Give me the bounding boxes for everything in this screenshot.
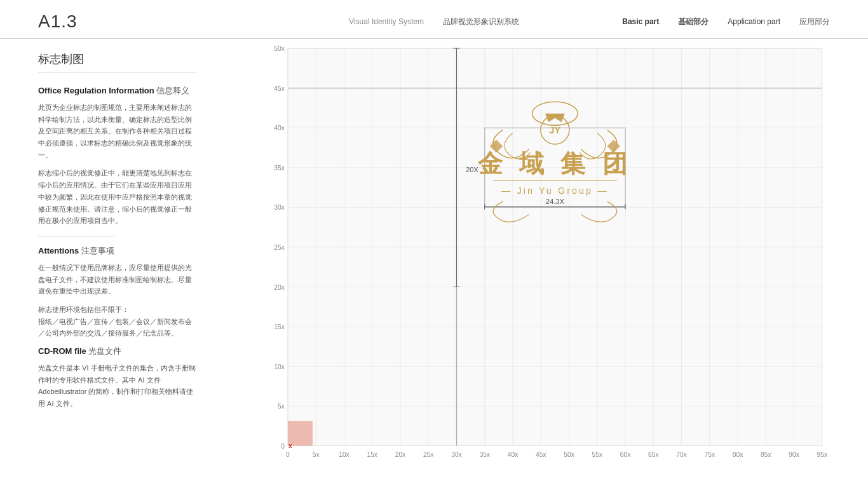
section-1-para-1: 此页为企业标志的制图规范，主要用来阐述标志的科学绘制方法，以此来衡量、确定标志的… (38, 102, 197, 161)
svg-text:15x: 15x (367, 451, 377, 458)
right-panel: 50x 45x 40x 35x 30x 25x 20x 15x 10x 5x 0 (235, 39, 868, 488)
svg-text:85x: 85x (761, 451, 771, 458)
vi-system-en: Visual Identity System (349, 17, 424, 26)
section-1-cn: 信息释义 (156, 86, 189, 95)
content: 标志制图 Office Regulation Information 信息释义 … (0, 39, 868, 488)
svg-text:金 域 集 团: 金 域 集 团 (477, 150, 632, 177)
svg-text:24.3X: 24.3X (546, 198, 565, 205)
svg-text:45x: 45x (536, 451, 546, 458)
svg-text:80x: 80x (733, 451, 743, 458)
svg-text:5x: 5x (313, 451, 320, 458)
app-part-cn: 应用部分 (799, 17, 830, 27)
svg-text:0: 0 (281, 443, 285, 450)
header: A1.3 Visual Identity System 品牌视觉形象识别系统 B… (0, 0, 868, 39)
svg-text:20X: 20X (466, 166, 479, 173)
y-axis-labels: 50x 45x 40x 35x 30x 25x 20x 15x 10x 5x 0 (274, 45, 285, 449)
section-2-en: Attentions (38, 246, 81, 255)
section-2-cn: 注意事项 (81, 246, 114, 255)
section-3-para-1: 光盘文件是本 VI 手册电子文件的集合，内含手册制作时的专用软件格式文件。其中 … (38, 362, 197, 410)
svg-text:— Jin Yu Group —: — Jin Yu Group — (501, 186, 609, 196)
svg-text:40x: 40x (508, 451, 519, 458)
svg-text:30x: 30x (274, 204, 285, 211)
svg-text:90x: 90x (789, 451, 799, 458)
page-code: A1.3 (38, 11, 78, 32)
svg-text:95x: 95x (817, 451, 828, 458)
section-2-para-2: 标志使用环境包括但不限于： 报纸／电视广告／宣传／包装／会议／新闻发布会／公司内… (38, 304, 197, 339)
left-panel: 标志制图 Office Regulation Information 信息释义 … (0, 39, 235, 488)
svg-text:60x: 60x (620, 451, 631, 458)
section-2-para-1: 在一般情况下使用品牌标志，应尽量使用提供的光盘电子文件，不建议使用标准制图绘制标… (38, 262, 197, 297)
section-1-heading: Office Regulation Information 信息释义 (38, 85, 197, 97)
svg-text:10x: 10x (339, 451, 349, 458)
chart-svg: 50x 45x 40x 35x 30x 25x 20x 15x 10x 5x 0 (241, 45, 849, 482)
svg-text:55x: 55x (592, 451, 602, 458)
vi-system-cn: 品牌视觉形象识别系统 (443, 17, 519, 27)
svg-text:0: 0 (286, 451, 290, 458)
svg-text:20x: 20x (274, 284, 285, 291)
page: A1.3 Visual Identity System 品牌视觉形象识别系统 B… (0, 0, 868, 488)
svg-text:15x: 15x (274, 323, 285, 330)
section-3-heading: CD-ROM file 光盘文件 (38, 346, 197, 357)
header-center: Visual Identity System 品牌视觉形象识别系统 (349, 17, 519, 27)
svg-text:65x: 65x (648, 451, 659, 458)
svg-text:5x: 5x (278, 403, 285, 410)
svg-text:25x: 25x (423, 451, 434, 458)
svg-text:50x: 50x (274, 45, 285, 52)
svg-text:35x: 35x (274, 165, 285, 172)
divider-1 (38, 236, 114, 236)
svg-text:20x: 20x (395, 451, 406, 458)
main-title: 标志制图 (38, 51, 197, 72)
svg-text:10x: 10x (274, 363, 285, 370)
basic-part-en: Basic part (622, 17, 659, 26)
basic-part-cn: 基础部分 (678, 17, 709, 27)
svg-text:25x: 25x (274, 244, 285, 251)
svg-text:35x: 35x (479, 451, 490, 458)
x-mark: x (288, 442, 292, 449)
svg-text:40x: 40x (274, 125, 285, 132)
svg-text:30x: 30x (451, 451, 462, 458)
svg-text:70x: 70x (676, 451, 687, 458)
section-1-para-2: 标志缩小后的视觉修正中，能更清楚地见到标志在缩小后的应用情况。由于它们在某些应用… (38, 167, 197, 226)
section-2-heading: Attentions 注意事项 (38, 245, 197, 257)
header-right: Basic part 基础部分 Application part 应用部分 (622, 17, 830, 27)
section-3-en: CD-ROM file (38, 346, 88, 356)
svg-text:75x: 75x (705, 451, 715, 458)
x-axis-labels: 0 5x 10x 15x 20x 25x 30x 35x 40x 45x 50x… (286, 451, 828, 458)
svg-text:45x: 45x (274, 85, 285, 92)
svg-text:50x: 50x (564, 451, 574, 458)
section-1-en: Office Regulation Information (38, 86, 156, 95)
app-part-en: Application part (728, 17, 780, 26)
chart-area: 50x 45x 40x 35x 30x 25x 20x 15x 10x 5x 0 (241, 45, 849, 482)
section-3-cn: 光盘文件 (88, 346, 121, 356)
svg-text:JY: JY (550, 125, 561, 135)
